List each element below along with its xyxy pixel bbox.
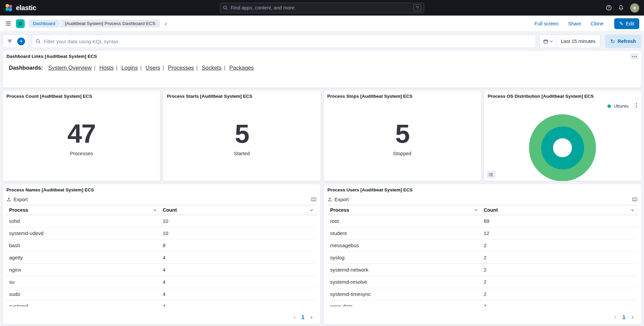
table-row[interactable]: root69 (327, 215, 638, 227)
breadcrumb-current-page[interactable]: [Auditbeat System] Process Dashboard ECS (59, 20, 160, 28)
link-logins[interactable]: Logins (121, 65, 138, 71)
space-avatar[interactable]: D (16, 19, 25, 28)
separator: | (116, 65, 117, 71)
table-row[interactable]: agetty4 (6, 252, 317, 264)
link-hosts[interactable]: Hosts (99, 65, 114, 71)
table-row[interactable]: nginx4 (6, 264, 317, 276)
filter-button-group: + (3, 34, 29, 48)
count-cell: 2 (481, 303, 638, 306)
table-row[interactable]: systemd-timesync2 (327, 288, 638, 300)
column-label: Count (163, 207, 177, 213)
sort-count-header[interactable]: Count (160, 207, 317, 213)
keyboard-shortcuts-icon[interactable] (632, 196, 638, 202)
process-cell: systemd-udevd (6, 230, 160, 236)
donut-inner-ring (541, 126, 584, 169)
export-icon (327, 197, 332, 202)
sort-count-header[interactable]: Count (481, 207, 638, 213)
plus-icon: + (20, 38, 23, 44)
table-row[interactable]: messagebus2 (327, 239, 638, 252)
legend-toggle-icon[interactable] (487, 171, 496, 178)
global-header: elastic ^/ e (0, 0, 644, 16)
dashboard-grid: Dashboard Links [Auditbeat System] ECS D… (0, 51, 644, 326)
link-system-overview[interactable]: System Overview (48, 65, 91, 71)
process-cell: syslog (327, 255, 481, 260)
refresh-button[interactable]: ↻ Refresh (605, 34, 641, 48)
table-row[interactable]: syslog2 (327, 252, 638, 264)
pencil-icon: ✎ (619, 21, 623, 26)
dashboard-links-panel: Dashboard Links [Auditbeat System] ECS D… (3, 51, 641, 88)
time-picker: Last 15 minutes (539, 34, 600, 48)
table-row[interactable]: systemd-resolve2 (327, 276, 638, 288)
check-icon[interactable]: ✓ (164, 21, 168, 26)
count-cell: 4 (160, 291, 317, 297)
prev-page-icon[interactable]: ‹ (293, 313, 295, 321)
notifications-bell-icon[interactable] (618, 5, 624, 11)
header-actions: e (606, 3, 639, 13)
donut-hole (553, 138, 572, 157)
separator: | (94, 65, 95, 71)
page-number-1[interactable]: 1 (302, 314, 304, 320)
export-icon (6, 197, 11, 202)
link-processes[interactable]: Processes (168, 65, 194, 71)
process-cell: student (327, 230, 481, 236)
link-users[interactable]: Users (145, 65, 160, 71)
user-avatar[interactable]: e (630, 3, 639, 13)
panel-title: Process Names [Auditbeat System] ECS (6, 187, 317, 192)
calendar-menu-button[interactable] (539, 35, 556, 48)
elastic-home-link[interactable]: elastic (5, 4, 36, 12)
count-cell: 2 (481, 291, 638, 297)
panel-options-icon[interactable] (630, 53, 639, 60)
separator: | (224, 65, 225, 71)
table-row[interactable]: sshd10 (6, 215, 317, 227)
next-page-icon[interactable]: › (631, 313, 634, 321)
os-distribution-donut-chart[interactable] (529, 114, 596, 181)
sort-process-header[interactable]: Process (6, 207, 160, 213)
breadcrumb-dashboard[interactable]: Dashboard (29, 20, 61, 28)
filter-funnel-icon[interactable] (6, 38, 13, 45)
chart-options-icon[interactable] (635, 102, 638, 109)
separator: | (140, 65, 141, 71)
add-filter-button[interactable]: + (17, 38, 25, 45)
process-starts-panel: Process Starts [Auditbeat System] ECS 5 … (163, 91, 320, 181)
count-cell: 4 (160, 267, 317, 273)
share-link[interactable]: Share (568, 21, 581, 26)
table-row[interactable]: systemd-network2 (327, 264, 638, 276)
query-bar: + Last 15 minutes ↻ Refresh (0, 32, 644, 51)
table-row[interactable]: systemd4 (6, 300, 317, 306)
link-packages[interactable]: Packages (229, 65, 254, 71)
full-screen-link[interactable]: Full screen (534, 21, 558, 26)
sort-process-header[interactable]: Process (327, 207, 481, 213)
legend-item-ubuntu[interactable]: Ubuntu (607, 103, 628, 109)
clone-link[interactable]: Clone (591, 21, 603, 26)
page-number-1[interactable]: 1 (623, 314, 625, 320)
next-page-icon[interactable]: › (310, 313, 313, 321)
global-search[interactable]: ^/ (220, 3, 424, 13)
kql-search-bar[interactable] (32, 34, 536, 48)
table-row[interactable]: student12 (327, 227, 638, 239)
prev-page-icon[interactable]: ‹ (614, 313, 616, 321)
links-prefix: Dashboards: (9, 65, 43, 71)
elastic-logo-icon (5, 4, 13, 12)
help-icon[interactable] (606, 5, 612, 11)
kql-input[interactable] (44, 39, 532, 44)
panel-title: Process Count [Auditbeat System] ECS (6, 94, 156, 99)
global-search-input[interactable] (231, 5, 411, 10)
keyboard-shortcuts-icon[interactable] (311, 196, 317, 202)
menu-hamburger-icon[interactable] (5, 20, 12, 27)
table-row[interactable]: su4 (6, 276, 317, 288)
edit-button[interactable]: ✎ Edit (614, 18, 639, 29)
table-row[interactable]: systemd-udevd10 (6, 227, 317, 239)
export-button[interactable]: Export (6, 197, 28, 202)
separator: | (196, 65, 198, 71)
link-sockets[interactable]: Sockets (202, 65, 222, 71)
count-cell: 8 (160, 242, 317, 248)
table-toolbar: Export (327, 196, 638, 202)
table-row[interactable]: www-data2 (327, 300, 638, 306)
calendar-icon (543, 39, 548, 44)
table-row[interactable]: sudo4 (6, 288, 317, 300)
metric-label: Started (234, 151, 250, 156)
table-row[interactable]: bash8 (6, 239, 317, 252)
export-button[interactable]: Export (327, 197, 349, 202)
time-range-value[interactable]: Last 15 minutes (556, 35, 600, 48)
count-cell: 12 (481, 230, 638, 236)
